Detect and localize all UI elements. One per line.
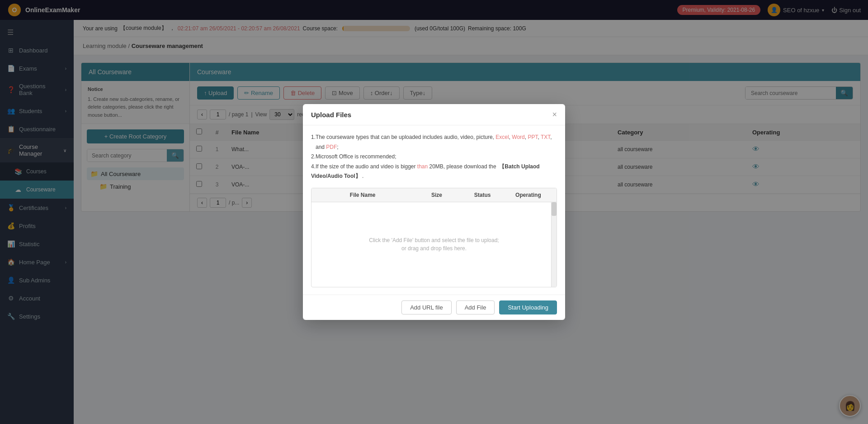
col-status-header: Status [460,192,505,198]
upload-files-modal: Upload Files × 1.The courseware types th… [303,104,565,320]
scrollbar-track[interactable] [551,202,557,287]
scrollbar-thumb [552,202,557,216]
start-uploading-button[interactable]: Start Uploading [499,300,557,314]
highlight-txt: TXT [541,134,550,140]
instruction-line-1: 1.The courseware types that can be uploa… [311,133,557,143]
modal-instructions: 1.The courseware types that can be uploa… [311,133,557,181]
highlight-ppt: PPT [528,134,538,140]
col-operating-header: Operating [505,192,551,198]
add-url-file-button[interactable]: Add URL file [401,300,452,314]
empty-text-line2: or drag and drop files here. [401,245,467,252]
col-size-header: Size [414,192,459,198]
highlight-word: Word [512,134,524,140]
highlight-pdf: PDF [326,144,337,150]
modal-header: Upload Files × [303,104,565,125]
modal-body: 1.The courseware types that can be uploa… [303,125,565,295]
modal-close-button[interactable]: × [552,110,557,119]
highlight-than: than [417,163,428,170]
modal-footer: Add URL file Add File Start Uploading [303,295,565,320]
highlight-excel: Excel [495,134,509,140]
add-file-button[interactable]: Add File [456,300,495,314]
upload-table-area: File Name Size Status Operating Click th… [311,188,557,287]
empty-text-line1: Click the 'Add File' button and select t… [369,237,499,243]
modal-title: Upload Files [311,111,351,119]
col-filename-header: File Name [311,192,414,198]
instruction-line-1b: and PDF; [311,143,557,152]
modal-overlay: Upload Files × 1.The courseware types th… [0,0,868,424]
instruction-line-4: 4.If the size of the audio and video is … [311,162,557,181]
instruction-line-2: 2.Microsoft Office is recommended; [311,152,557,162]
scrollbar-spacer [551,192,557,198]
upload-table-body[interactable]: Click the 'Add File' button and select t… [311,202,557,287]
upload-table-header: File Name Size Status Operating [311,188,557,202]
